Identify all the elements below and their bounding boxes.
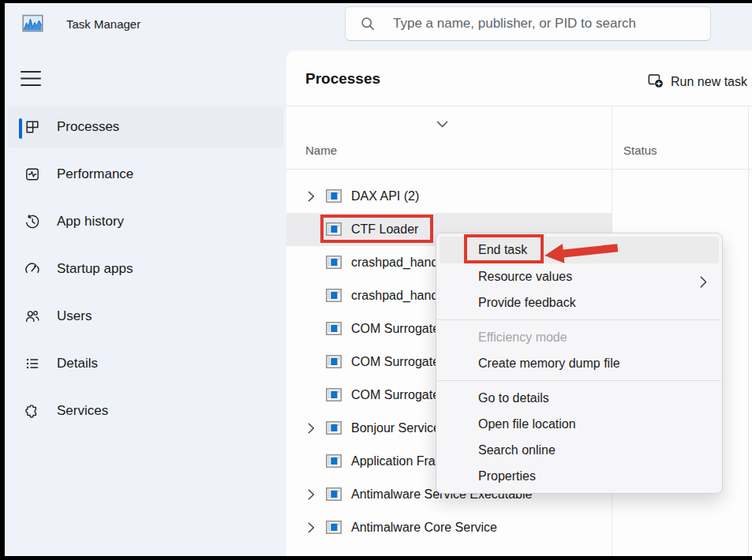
sidebar-item-label: Startup apps	[57, 245, 133, 293]
context-menu-item-label: End task	[478, 243, 527, 256]
process-name: COM Surrogate	[351, 312, 440, 345]
sidebar-item[interactable]: Performance	[5, 151, 286, 198]
context-menu-item[interactable]: End task	[440, 237, 719, 263]
process-exe-icon	[326, 322, 342, 338]
sidebar-item-label: App history	[57, 198, 124, 245]
process-name: Antimalware Core Service	[351, 511, 497, 544]
search-box[interactable]	[345, 6, 711, 41]
context-menu-item-label: Open file location	[478, 417, 576, 431]
hamburger-menu-button[interactable]	[21, 69, 41, 88]
run-new-task-icon	[647, 72, 664, 91]
process-name: COM Surrogate	[351, 345, 440, 379]
sidebar-item[interactable]: Services	[5, 387, 286, 435]
window-border-left	[0, 0, 5, 560]
sidebar-item[interactable]: App history	[5, 198, 286, 245]
context-menu-item-label: Resource values	[478, 270, 572, 283]
context-menu-item-label: Go to details	[478, 391, 549, 405]
sidebar-item-label: Users	[57, 293, 92, 340]
sidebar-item-pill	[7, 106, 283, 147]
window-border-top	[0, 0, 752, 3]
search-icon	[360, 16, 376, 32]
context-menu-item[interactable]: Create memory dump file	[440, 350, 719, 376]
sidebar-item-pill	[7, 343, 283, 384]
context-menu-item[interactable]: Provide feedback	[440, 289, 719, 315]
task-manager-logo-icon	[22, 13, 43, 34]
window-title: Task Manager	[66, 17, 140, 31]
sidebar-item-label: Services	[57, 387, 108, 435]
column-header-status[interactable]: Status	[623, 144, 657, 157]
sidebar-item-pill	[7, 201, 283, 242]
window-border-bottom	[0, 556, 752, 560]
context-menu-item-label: Efficiency mode	[478, 330, 567, 344]
process-exe-icon	[326, 388, 342, 405]
process-row[interactable]: Antimalware Core Service	[286, 511, 752, 544]
process-name: CTF Loader	[351, 213, 418, 246]
run-new-task-label: Run new task	[671, 75, 747, 89]
process-exe-icon	[326, 487, 342, 504]
task-manager-window: Task Manager Processes Performance	[0, 0, 752, 560]
sidebar-item[interactable]: Processes	[5, 103, 286, 151]
expand-chevron-icon[interactable]	[308, 522, 315, 536]
process-exe-icon	[326, 521, 342, 537]
column-header-divider	[286, 169, 752, 170]
process-name: COM Surrogate	[351, 379, 440, 412]
context-menu-item[interactable]: Go to details	[440, 385, 719, 411]
sidebar-nav: Processes Performance App history Star	[5, 103, 286, 435]
sidebar-item[interactable]: Details	[5, 340, 286, 387]
expand-chevron-icon[interactable]	[308, 423, 315, 437]
sidebar-item-label: Details	[57, 340, 98, 387]
context-menu: End task Resource values Provide feedbac…	[436, 233, 723, 494]
process-exe-icon	[326, 189, 342, 206]
context-menu-item[interactable]: Search online	[440, 437, 719, 463]
process-exe-icon	[326, 421, 342, 438]
process-row[interactable]: DAX API (2)	[286, 180, 752, 213]
sidebar-item-label: Performance	[57, 151, 133, 198]
context-menu-item-label: Properties	[478, 469, 536, 483]
column-header-name[interactable]: Name	[305, 144, 337, 157]
context-menu-item[interactable]: Properties	[440, 463, 719, 489]
sidebar-item-label: Processes	[57, 103, 119, 151]
context-menu-item[interactable]: Efficiency mode	[440, 324, 719, 350]
sort-chevron-down-icon[interactable]	[436, 117, 448, 131]
context-menu-item-label: Provide feedback	[478, 296, 576, 309]
context-menu-separator	[437, 380, 721, 381]
process-name: DAX API (2)	[351, 180, 419, 213]
sidebar-selected-accent-bar	[19, 118, 22, 139]
context-menu-item[interactable]: Open file location	[440, 411, 719, 437]
sidebar-item-pill	[7, 154, 283, 195]
expand-chevron-icon[interactable]	[308, 191, 315, 205]
context-menu-separator	[437, 319, 721, 320]
process-name: Bonjour Service	[351, 412, 440, 445]
sidebar-item-pill	[7, 390, 283, 431]
sidebar-item[interactable]: Users	[5, 293, 286, 340]
header-divider	[286, 106, 752, 106]
sidebar-item-pill	[7, 296, 283, 337]
context-menu-item-label: Create memory dump file	[478, 357, 620, 370]
sidebar-item[interactable]: Startup apps	[5, 245, 286, 293]
process-exe-icon	[326, 222, 342, 239]
search-input[interactable]	[393, 16, 699, 32]
context-menu-item-label: Search online	[478, 443, 556, 457]
sidebar-item-pill	[7, 248, 283, 289]
expand-chevron-icon[interactable]	[308, 489, 315, 503]
process-exe-icon	[326, 256, 342, 272]
page-title: Processes	[305, 70, 380, 88]
run-new-task-button[interactable]: Run new task	[647, 72, 747, 91]
process-exe-icon	[326, 289, 342, 305]
context-menu-item[interactable]: Resource values	[440, 263, 719, 289]
process-exe-icon	[326, 355, 342, 371]
process-exe-icon	[326, 454, 342, 471]
